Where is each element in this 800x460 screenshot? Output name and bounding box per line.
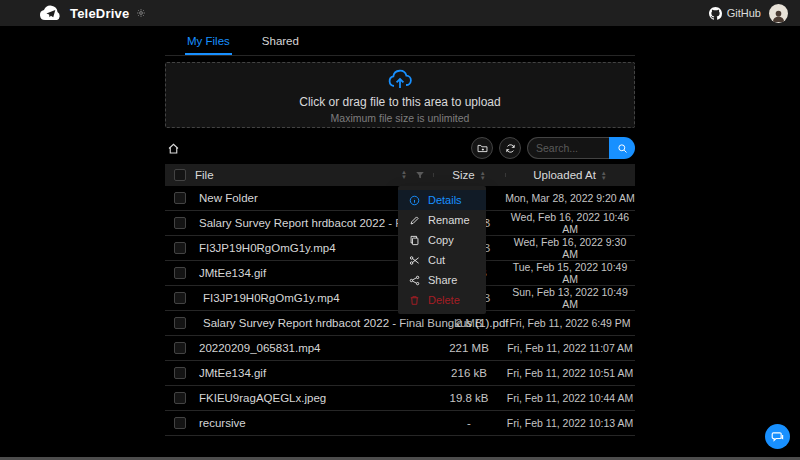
chat-fab-button[interactable] (765, 424, 790, 449)
tab-shared[interactable]: Shared (260, 30, 301, 55)
gear-icon (136, 8, 146, 18)
file-name-link[interactable]: New Folder (199, 192, 258, 204)
row-checkbox[interactable] (174, 417, 186, 429)
column-header-file[interactable]: File (195, 169, 214, 181)
row-checkbox[interactable] (174, 392, 186, 404)
chat-icon (771, 430, 784, 443)
file-size: - (433, 417, 505, 429)
row-checkbox[interactable] (174, 267, 186, 279)
file-name-link[interactable]: 20220209_065831.mp4 (199, 342, 321, 354)
file-uploaded-at: Fri, Feb 11, 2022 6:49 PM (505, 317, 635, 329)
column-header-size[interactable]: Size (452, 169, 474, 181)
edit-icon (409, 215, 420, 226)
row-checkbox[interactable] (174, 217, 186, 229)
search-input[interactable] (527, 137, 609, 159)
sort-file-control[interactable]: ▲▼ (401, 170, 407, 180)
context-menu-item-rename[interactable]: Rename (398, 210, 486, 230)
file-uploaded-at: Fri, Feb 11, 2022 10:13 AM (505, 417, 635, 429)
scissors-icon (409, 255, 420, 266)
row-checkbox[interactable] (174, 342, 186, 354)
table-row[interactable]: FKIEU9ragAQEGLx.jpeg 19.8 kB Fri, Feb 11… (165, 386, 635, 411)
tab-my-files[interactable]: My Files (185, 30, 232, 55)
upload-title: Click or drag file to this area to uploa… (299, 95, 500, 109)
github-icon (709, 7, 722, 20)
github-label: GitHub (727, 7, 761, 19)
upload-subtitle: Maximum file size is unlimited (331, 112, 470, 124)
table-row[interactable]: 20220209_065831.mp4 221 MB Fri, Feb 11, … (165, 336, 635, 361)
info-icon (409, 195, 420, 206)
select-all-checkbox[interactable] (174, 169, 186, 181)
file-name-link[interactable]: FI3JP19H0RgOmG1y.mp4 (203, 292, 340, 304)
copy-icon (409, 235, 420, 246)
row-checkbox[interactable] (174, 367, 186, 379)
teledrive-logo-icon (38, 4, 64, 22)
row-checkbox[interactable] (174, 292, 186, 304)
file-name-link[interactable]: recursive (199, 417, 246, 429)
file-uploaded-at: Wed, Feb 16, 2022 10:46 AM (505, 211, 635, 235)
brand[interactable]: TeleDrive (38, 4, 146, 22)
file-size: 216 kB (433, 367, 505, 379)
file-uploaded-at: Fri, Feb 11, 2022 10:51 AM (505, 367, 635, 379)
search-button[interactable] (609, 137, 635, 159)
file-uploaded-at: Fri, Feb 11, 2022 10:44 AM (505, 392, 635, 404)
row-checkbox[interactable] (174, 192, 186, 204)
brand-name: TeleDrive (70, 6, 129, 21)
context-menu-item-share[interactable]: Share (398, 270, 486, 290)
file-uploaded-at: Tue, Feb 15, 2022 10:49 AM (505, 261, 635, 285)
file-uploaded-at: Wed, Feb 16, 2022 9:30 AM (505, 236, 635, 260)
breadcrumb-home-button[interactable] (165, 140, 182, 157)
file-uploaded-at: Mon, Mar 28, 2022 9:20 AM (505, 192, 635, 204)
file-name-link[interactable]: JMtEe134.gif (199, 267, 266, 279)
file-uploaded-at: Fri, Feb 11, 2022 11:07 AM (505, 342, 635, 354)
sort-size-control[interactable]: ▲▼ (480, 171, 486, 181)
search-box (527, 137, 635, 159)
context-menu: Details Rename Copy Cut Share Delete (398, 186, 486, 314)
filter-icon[interactable] (415, 170, 425, 180)
refresh-button[interactable] (499, 137, 521, 159)
table-header: File ▲▼ Size▲▼ Uploaded At▲▼ (165, 164, 635, 186)
file-size: 2 MB (433, 317, 505, 329)
share-icon (409, 275, 420, 286)
table-row[interactable]: recursive - Fri, Feb 11, 2022 10:13 AM (165, 411, 635, 436)
trash-icon (409, 295, 420, 306)
context-menu-item-cut[interactable]: Cut (398, 250, 486, 270)
file-name-link[interactable]: JMtEe134.gif (199, 367, 266, 379)
table-row[interactable]: JMtEe134.gif 216 kB Fri, Feb 11, 2022 10… (165, 361, 635, 386)
row-checkbox[interactable] (174, 317, 186, 329)
paper-plane-icon (45, 8, 56, 19)
file-name-link[interactable]: FI3JP19H0RgOmG1y.mp4 (199, 242, 336, 254)
file-size: 19.8 kB (433, 392, 505, 404)
user-avatar[interactable] (769, 4, 788, 23)
row-checkbox[interactable] (174, 242, 186, 254)
app-header: TeleDrive GitHub (0, 0, 800, 26)
context-menu-item-copy[interactable]: Copy (398, 230, 486, 250)
github-link[interactable]: GitHub (709, 7, 761, 20)
cloud-upload-icon (387, 66, 413, 92)
column-header-uploaded-at[interactable]: Uploaded At (533, 169, 596, 181)
file-name-link[interactable]: FKIEU9ragAQEGLx.jpeg (199, 392, 326, 404)
context-menu-item-details[interactable]: Details (398, 190, 486, 210)
upload-dropzone[interactable]: Click or drag file to this area to uploa… (165, 62, 635, 128)
context-menu-item-delete[interactable]: Delete (398, 290, 486, 310)
file-uploaded-at: Sun, Feb 13, 2022 10:49 AM (505, 286, 635, 310)
tab-bar: My Files Shared (165, 30, 635, 56)
sort-uploaded-control[interactable]: ▲▼ (601, 171, 607, 181)
table-row[interactable]: Salary Survey Report hrdbacot 2022 - Fin… (165, 311, 635, 336)
file-size: 221 MB (433, 342, 505, 354)
new-folder-button[interactable] (471, 137, 493, 159)
toolbar (165, 137, 635, 159)
